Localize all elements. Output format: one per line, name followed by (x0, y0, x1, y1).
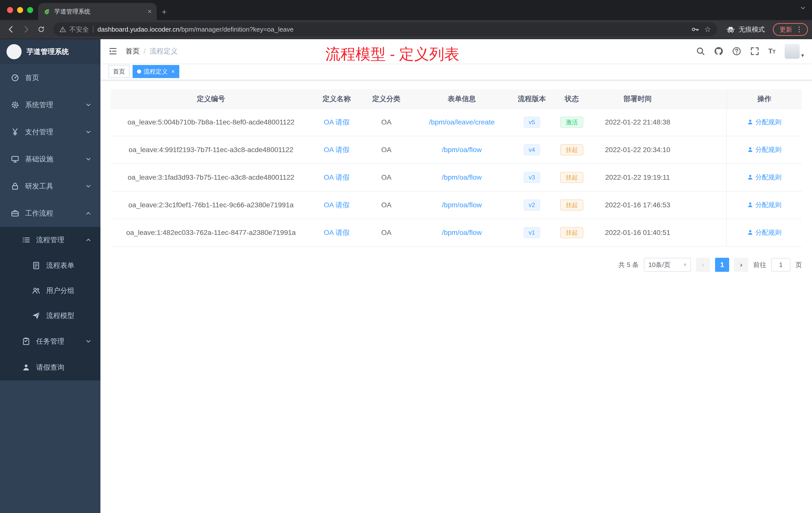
column-header: 流程版本 (513, 89, 551, 109)
github-icon[interactable] (714, 47, 723, 56)
screenshot-root: 芋道管理系统 × + 不安全 dashboard.yudao.iocoder.c… (0, 0, 812, 513)
browser-menu-icon[interactable]: ⋮ (796, 26, 803, 33)
deploy-time: 2022-01-22 21:48:38 (592, 109, 683, 136)
filler-cell (683, 136, 727, 163)
sidebar-item-system[interactable]: 系统管理 (0, 91, 100, 118)
deploy-time: 2022-01-16 17:46:53 (592, 191, 683, 219)
tab-close-icon[interactable]: × (148, 8, 152, 15)
tag-process-definition[interactable]: 流程定义 × (133, 65, 179, 78)
column-header-filler (683, 89, 727, 109)
goto-page-input[interactable] (771, 258, 790, 272)
sidebar-item-label: 请假查询 (36, 363, 64, 372)
column-header: 操作 (727, 89, 802, 109)
form-link[interactable]: /bpm/oa/flow (442, 146, 482, 154)
reload-button[interactable] (34, 22, 48, 36)
table-row: oa_leave:4:991f2193-7b7f-11ec-a3c8-acde4… (111, 136, 802, 163)
form-link[interactable]: /bpm/oa/flow (442, 229, 482, 236)
browser-update-button[interactable]: 更新 ⋮ (773, 23, 808, 36)
url-host: dashboard.yudao.iocoder.cn (97, 26, 179, 33)
security-chip[interactable]: 不安全 (59, 25, 89, 34)
filler-cell (683, 191, 727, 219)
column-header: 表单信息 (411, 89, 513, 109)
chevron-down-icon (85, 129, 91, 135)
sidebar-item-label: 基础设施 (25, 154, 53, 164)
active-dot-icon (137, 69, 141, 73)
breadcrumb-home[interactable]: 首页 (125, 47, 140, 56)
status-badge: 挂起 (560, 227, 583, 238)
definition-name-link[interactable]: OA 请假 (324, 174, 349, 181)
next-page-button[interactable]: › (734, 258, 748, 272)
user-icon (747, 230, 753, 235)
password-key-icon[interactable] (691, 25, 699, 33)
avatar[interactable] (785, 44, 800, 59)
page-size-select[interactable]: 10条/页 ▾ (644, 258, 691, 272)
sidebar-item-user-group[interactable]: 用户分组 (0, 278, 100, 303)
close-window-button[interactable] (7, 7, 13, 13)
fullscreen-icon[interactable] (750, 47, 759, 56)
sidebar-item-label: 流程表单 (46, 261, 74, 270)
user-icon (747, 202, 753, 208)
bookmark-star-icon[interactable]: ☆ (704, 26, 711, 33)
back-button[interactable] (4, 22, 18, 36)
tag-label: 流程定义 (144, 67, 168, 76)
security-label: 不安全 (69, 25, 89, 34)
column-header: 定义分类 (362, 89, 411, 109)
sidebar-item-leave-query[interactable]: 请假查询 (0, 354, 100, 381)
sidebar-item-process-form[interactable]: 流程表单 (0, 253, 100, 278)
forward-button[interactable] (19, 22, 33, 36)
page-size-value: 10条/页 (648, 261, 670, 269)
sidebar-item-label: 工作流程 (25, 209, 53, 218)
tag-close-icon[interactable]: × (171, 68, 175, 74)
definition-name-link[interactable]: OA 请假 (324, 146, 349, 154)
tag-home[interactable]: 首页 (109, 65, 129, 78)
font-size-icon[interactable]: TT (768, 47, 776, 55)
breadcrumb-current: 流程定义 (150, 47, 178, 56)
user-icon (747, 147, 753, 153)
browser-tab[interactable]: 芋道管理系统 × (38, 3, 157, 20)
user-menu[interactable]: ▾ (785, 44, 804, 59)
zoom-window-button[interactable] (27, 7, 33, 13)
sidebar-item-payment[interactable]: 支付管理 (0, 118, 100, 146)
sidebar-toggle-icon[interactable] (109, 47, 117, 56)
search-icon[interactable] (696, 47, 705, 56)
table-row: oa_leave:1:482ec033-762a-11ec-8477-a2380… (111, 219, 802, 246)
definition-name-link[interactable]: OA 请假 (324, 201, 349, 209)
sidebar-item-workflow[interactable]: 工作流程 (0, 200, 100, 227)
sidebar-item-process-model[interactable]: 流程模型 (0, 303, 100, 328)
sidebar-item-home[interactable]: 首页 (0, 64, 100, 91)
address-bar[interactable]: 不安全 dashboard.yudao.iocoder.cn/bpm/manag… (53, 22, 717, 36)
sidebar-item-label: 流程模型 (46, 311, 74, 321)
sidebar-item-label: 系统管理 (25, 100, 53, 110)
prev-page-button[interactable]: ‹ (696, 258, 710, 272)
app-shell: 芋道管理系统 首页 系统管理 支付管理 基础设施 (0, 39, 812, 513)
form-link[interactable]: /bpm/oa/flow (442, 201, 482, 209)
column-header: 定义编号 (111, 89, 312, 109)
caret-down-icon: ▾ (684, 262, 687, 268)
minimize-window-button[interactable] (17, 7, 23, 13)
page-1-button[interactable]: 1 (715, 258, 729, 272)
tab-search-chevron-icon[interactable] (800, 5, 806, 11)
assign-rule-link[interactable]: 分配规则 (747, 201, 781, 209)
assign-rule-link[interactable]: 分配规则 (747, 145, 781, 154)
form-link[interactable]: /bpm/oa/leave/create (429, 118, 495, 126)
incognito-icon (726, 25, 735, 34)
sidebar-logo[interactable]: 芋道管理系统 (0, 39, 100, 64)
assign-rule-link[interactable]: 分配规则 (747, 228, 781, 237)
chevron-up-icon (85, 210, 91, 216)
definition-name-link[interactable]: OA 请假 (324, 229, 349, 236)
chevron-down-icon (85, 338, 91, 344)
url-text: dashboard.yudao.iocoder.cn/bpm/manager/d… (97, 26, 293, 33)
definition-name-link[interactable]: OA 请假 (324, 118, 349, 126)
pagination-total: 共 5 条 (618, 261, 639, 269)
new-tab-button[interactable]: + (162, 7, 167, 16)
help-icon[interactable] (732, 47, 741, 56)
sidebar-item-devtools[interactable]: 研发工具 (0, 173, 100, 200)
form-link[interactable]: /bpm/oa/flow (442, 174, 482, 181)
window-controls (7, 7, 33, 13)
assign-rule-link[interactable]: 分配规则 (747, 118, 781, 126)
sidebar-item-task-mgmt[interactable]: 任务管理 (0, 328, 100, 354)
sidebar-item-process-mgmt[interactable]: 流程管理 (0, 227, 100, 253)
deploy-time: 2022-01-22 19:19:11 (592, 163, 683, 191)
assign-rule-link[interactable]: 分配规则 (747, 173, 781, 182)
sidebar-item-infra[interactable]: 基础设施 (0, 146, 100, 173)
